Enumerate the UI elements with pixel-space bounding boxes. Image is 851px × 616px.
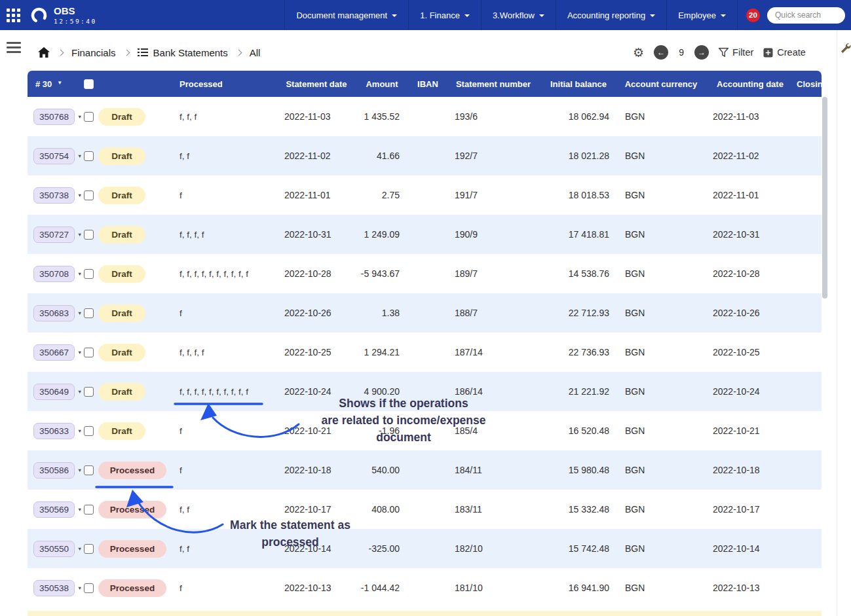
row-id-button[interactable]: 350754 (33, 148, 75, 164)
notification-badge[interactable]: 20 (746, 9, 760, 22)
table-row[interactable]: 350738 ▼ Draft f 2022-11-01 2.75 191/7 1… (28, 175, 822, 215)
row-id-button[interactable]: 350768 (33, 109, 75, 125)
status-badge[interactable]: Draft (98, 226, 145, 244)
menu-workflow[interactable]: 3.Workflow (481, 0, 556, 30)
menu-accounting-reporting[interactable]: Accounting reporting (556, 0, 666, 30)
status-badge[interactable]: Processed (98, 540, 166, 558)
row-checkbox[interactable] (84, 269, 94, 279)
table-row[interactable]: 350538 ▼ Processed f 2022-10-13 -1 044.4… (28, 568, 822, 607)
status-badge[interactable]: Processed (98, 579, 166, 597)
column-header-initial-balance[interactable]: Initial balance (542, 79, 615, 89)
row-id-button[interactable]: 350738 (33, 187, 75, 204)
row-id-button[interactable]: 350550 (33, 541, 75, 557)
table-row[interactable]: 350708 ▼ Draft f, f, f, f, f, f, f, f, f… (28, 254, 822, 293)
row-id-button[interactable]: 350538 (33, 580, 75, 596)
row-operations-links[interactable]: f, f (176, 151, 280, 161)
row-operations-links[interactable]: f, f, f, f, f, f, f, f, f, f (176, 387, 280, 397)
create-button[interactable]: Create (763, 47, 806, 58)
column-header-iban[interactable]: IBAN (411, 79, 444, 89)
column-header-id-sort[interactable]: # 30▼ (28, 79, 79, 89)
breadcrumb-financials[interactable]: Financials (71, 47, 116, 58)
column-header-account-currency[interactable]: Account currency (615, 79, 708, 89)
table-row[interactable]: 350768 ▼ Draft f, f, f 2022-11-03 1 435.… (28, 97, 822, 136)
row-checkbox[interactable] (84, 544, 94, 554)
row-operations-links[interactable]: f, f (176, 505, 280, 515)
row-checkbox[interactable] (84, 387, 94, 397)
status-badge[interactable]: Draft (98, 344, 145, 361)
row-operations-links[interactable]: f (176, 426, 280, 436)
row-checkbox[interactable] (84, 112, 94, 122)
row-checkbox[interactable] (84, 348, 94, 357)
row-operations-links[interactable]: f, f, f, f, f, f, f, f, f, f (176, 269, 280, 279)
status-badge[interactable]: Draft (98, 108, 145, 126)
table-row[interactable]: 350586 ▼ Processed f 2022-10-18 540.00 1… (28, 450, 822, 490)
table-row[interactable]: 350569 ▼ Processed f, f 2022-10-17 408.0… (28, 490, 822, 529)
row-id-button[interactable]: 350569 (33, 501, 75, 518)
column-header-closing-balance[interactable]: Closin (793, 79, 822, 89)
status-badge[interactable]: Draft (98, 422, 145, 440)
row-operations-links[interactable]: f (176, 308, 280, 318)
row-operations-links[interactable]: f (176, 465, 280, 475)
table-row[interactable]: 350550 ▼ Processed f, f 2022-10-14 -325.… (28, 529, 822, 568)
table-row[interactable]: 350683 ▼ Draft f 2022-10-26 1.38 188/7 2… (28, 293, 822, 333)
obs-logo-icon[interactable] (30, 7, 48, 24)
row-checkbox[interactable] (84, 230, 94, 240)
row-checkbox[interactable] (84, 426, 94, 436)
column-header-statement-date[interactable]: Statement date (280, 79, 352, 89)
row-operations-links[interactable]: f, f, f (176, 112, 280, 122)
table-row[interactable]: 350667 ▼ Draft f, f, f, f 2022-10-25 1 2… (28, 333, 822, 372)
menu-document-management[interactable]: Document management (284, 0, 408, 30)
row-checkbox[interactable] (84, 465, 94, 475)
row-id-button[interactable]: 350708 (33, 266, 75, 282)
row-operations-links[interactable]: f (176, 190, 280, 200)
status-badge[interactable]: Draft (98, 265, 145, 283)
status-badge[interactable]: Processed (98, 501, 166, 518)
filter-button[interactable]: Filter (719, 47, 753, 58)
breadcrumb-all[interactable]: All (250, 47, 261, 58)
search-input[interactable] (767, 7, 845, 24)
row-id-button[interactable]: 350683 (33, 305, 75, 321)
sidebar-toggle-icon[interactable] (7, 42, 21, 56)
status-badge[interactable]: Draft (98, 147, 145, 165)
table-row[interactable]: 350727 ▼ Draft f, f, f, f 2022-10-31 1 2… (28, 215, 822, 254)
row-checkbox[interactable] (84, 308, 94, 318)
settings-gear-icon[interactable]: ⚙ (633, 46, 644, 59)
home-icon[interactable] (38, 47, 50, 58)
table-row[interactable]: 350633 ▼ Draft f 2022-10-21 -1.96 185/4 … (28, 411, 822, 450)
table-row[interactable]: 350754 ▼ Draft f, f 2022-11-02 41.66 192… (28, 136, 822, 175)
select-all-checkbox[interactable] (84, 79, 94, 89)
status-badge[interactable]: Draft (98, 304, 145, 322)
column-header-statement-number[interactable]: Statement number (444, 79, 542, 89)
vertical-scrollbar-thumb[interactable] (822, 97, 827, 299)
row-operations-links[interactable]: f, f, f, f (176, 230, 280, 240)
status-badge[interactable]: Draft (98, 383, 145, 401)
row-checkbox[interactable] (84, 583, 94, 593)
row-id-button[interactable]: 350727 (33, 226, 75, 243)
breadcrumb-bank-statements[interactable]: Bank Statements (138, 47, 228, 58)
menu-finance[interactable]: 1. Finance (408, 0, 481, 30)
previous-page-button[interactable]: ← (654, 45, 668, 60)
status-badge[interactable]: Draft (98, 187, 145, 204)
row-operations-links[interactable]: f (176, 583, 280, 593)
row-id-button[interactable]: 350633 (33, 423, 75, 439)
row-checkbox[interactable] (84, 190, 94, 200)
status-badge[interactable]: Processed (98, 462, 166, 479)
row-id-button[interactable]: 350586 (33, 462, 75, 479)
column-header-accounting-date[interactable]: Accounting date (708, 79, 793, 89)
row-id-button[interactable]: 350667 (33, 344, 75, 361)
row-statement-date: 2022-10-17 (280, 504, 352, 515)
row-checkbox[interactable] (84, 505, 94, 515)
row-amount: 4 900.20 (352, 386, 411, 397)
menu-employee[interactable]: Employee (666, 0, 738, 30)
page-number: 9 (678, 47, 685, 58)
app-launcher-grid-icon[interactable] (7, 9, 20, 22)
row-operations-links[interactable]: f, f (176, 544, 280, 554)
row-checkbox[interactable] (84, 151, 94, 161)
column-header-amount[interactable]: Amount (352, 79, 411, 89)
row-operations-links[interactable]: f, f, f, f (176, 348, 280, 357)
column-header-processed[interactable]: Processed (176, 79, 280, 89)
wrench-tools-icon[interactable] (839, 42, 851, 56)
row-id-button[interactable]: 350649 (33, 384, 75, 400)
next-page-button[interactable]: → (694, 45, 709, 60)
table-row[interactable]: 350649 ▼ Draft f, f, f, f, f, f, f, f, f… (28, 372, 822, 411)
